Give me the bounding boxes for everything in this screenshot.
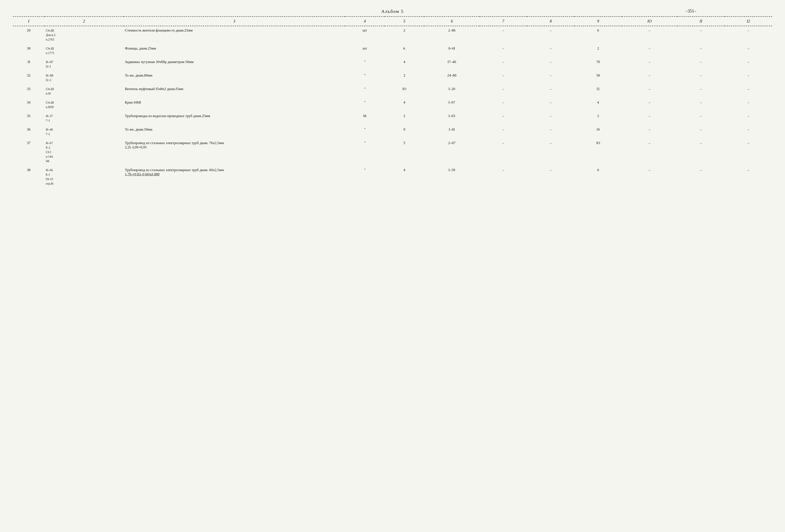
row-col8: –	[527, 139, 574, 166]
row-col8: –	[527, 125, 574, 139]
row-col7: –	[480, 125, 527, 139]
page-header: Альбом 5 –351–	[13, 8, 772, 14]
page-number: –351–	[686, 8, 696, 14]
row-col6: 2–07	[424, 139, 480, 166]
row-col8: –	[527, 85, 574, 98]
row-col11: –	[677, 85, 725, 98]
row-col5: 9	[385, 125, 424, 139]
row-col6: I–07	[424, 98, 480, 112]
row-ref: I6–40 7–I	[45, 125, 124, 139]
row-unit: шт	[345, 44, 385, 58]
row-col8: –	[527, 112, 574, 125]
row-col9: IO	[575, 139, 622, 166]
row-col5: 4	[385, 98, 424, 112]
row-col9: 6	[575, 166, 622, 188]
row-unit: "	[345, 166, 385, 188]
row-col12: –	[725, 85, 772, 98]
row-col10: –	[622, 85, 677, 98]
row-col7: –	[480, 71, 527, 85]
row-ref: Сlч.Ш п.1773	[45, 44, 124, 58]
col-header-12: I2	[725, 17, 772, 26]
table-row: 35I6–37 7–IТрубопроводы из водогазо-пров…	[13, 112, 772, 125]
col-header-6: 6	[424, 17, 480, 26]
row-col5: 4	[385, 58, 424, 71]
col-header-1: I	[13, 17, 45, 26]
row-col9: 2	[575, 112, 622, 125]
row-number: 38	[13, 166, 45, 188]
row-number: 29	[13, 26, 45, 44]
row-col10: –	[622, 71, 677, 85]
row-unit: "	[345, 98, 385, 112]
table-row: 29Сlч.Ш Доп.в.3 п.2763Стеимость вентиля …	[13, 26, 772, 44]
table-row: 33Сlч.Ш п.9IВентиль муфтовый I5ч8п2 диам…	[13, 85, 772, 98]
row-col9: I2	[575, 85, 622, 98]
row-col11: –	[677, 44, 725, 58]
row-col7: –	[480, 139, 527, 166]
row-number: 3I	[13, 58, 45, 71]
row-unit: "	[345, 139, 385, 166]
row-col7: –	[480, 85, 527, 98]
row-col7: –	[480, 44, 527, 58]
row-col12: –	[725, 58, 772, 71]
row-col11: –	[677, 26, 725, 44]
row-col10: –	[622, 166, 677, 188]
table-row: 34Сlч.Ш п.I039Кран I4MI"4I–07––4–––	[13, 98, 772, 112]
row-desc: Кран I4MI	[124, 98, 345, 112]
row-desc: Вентиль муфтовый I5ч8п2 диам.I5мм	[124, 85, 345, 98]
row-col12: –	[725, 44, 772, 58]
row-col5: 4	[385, 166, 424, 188]
row-col7: –	[480, 58, 527, 71]
row-col9: 6	[575, 26, 622, 44]
row-desc: Фланцы, диам.25мм	[124, 44, 345, 58]
row-col12: –	[725, 139, 772, 166]
col-header-4: 4	[345, 17, 385, 26]
row-col5: 2	[385, 71, 424, 85]
row-col11: –	[677, 112, 725, 125]
row-col12: –	[725, 166, 772, 188]
row-col10: –	[622, 139, 677, 166]
row-col7: –	[480, 112, 527, 125]
col-header-3: 3	[124, 17, 345, 26]
row-col5: 4.	[385, 44, 424, 58]
table-row: 32I6–II8 I2–2То же, диам.80мм"224–80––50…	[13, 71, 772, 85]
row-unit: "	[345, 85, 385, 98]
row-col8: –	[527, 44, 574, 58]
row-ref: I6–66 8–I OI–I3 отр.I6	[45, 166, 124, 188]
row-number: 35	[13, 112, 45, 125]
row-col11: –	[677, 98, 725, 112]
row-col6: I7–40	[424, 58, 480, 71]
main-table: I 2 3 4 5 6 7 8 9 IO II I2 29Сlч.Ш Доп.в…	[13, 16, 772, 188]
row-number: 36	[13, 125, 45, 139]
row-col12: –	[725, 112, 772, 125]
row-col11: –	[677, 166, 725, 188]
table-row: 30Сlч.Ш п.1773Фланцы, диам.25ммшт4.0–6I–…	[13, 44, 772, 58]
row-col10: –	[622, 98, 677, 112]
row-unit: "	[345, 125, 385, 139]
row-col5: 5	[385, 139, 424, 166]
row-col6: 0–6I	[424, 44, 480, 58]
row-col9: I4	[575, 125, 622, 139]
row-unit: "	[345, 71, 385, 85]
col-header-8: 8	[527, 17, 574, 26]
table-row: 37I6–67 8–2 Сli I п.144. I4IТрубопровод …	[13, 139, 772, 166]
row-col8: –	[527, 58, 574, 71]
row-col7: –	[480, 98, 527, 112]
row-col10: –	[622, 112, 677, 125]
row-desc: Трубопроводы из водогазо-проводных труб …	[124, 112, 345, 125]
row-desc: Задвижка чугунная 30чббр диаметром 50мм	[124, 58, 345, 71]
row-col9: 70	[575, 58, 622, 71]
album-title: Альбом 5	[381, 8, 404, 14]
row-col12: –	[725, 26, 772, 44]
row-col9: 2	[575, 44, 622, 58]
col-header-9: 9	[575, 17, 622, 26]
row-col10: –	[622, 125, 677, 139]
row-col12: –	[725, 125, 772, 139]
col-header-10: IO	[622, 17, 677, 26]
row-col8: –	[527, 26, 574, 44]
row-col12: –	[725, 98, 772, 112]
row-col11: –	[677, 139, 725, 166]
row-ref: I6–37 7–I	[45, 112, 124, 125]
row-col11: –	[677, 71, 725, 85]
row-col12: –	[725, 71, 772, 85]
row-ref: I6–67 8–2 Сli I п.144. I4I	[45, 139, 124, 166]
